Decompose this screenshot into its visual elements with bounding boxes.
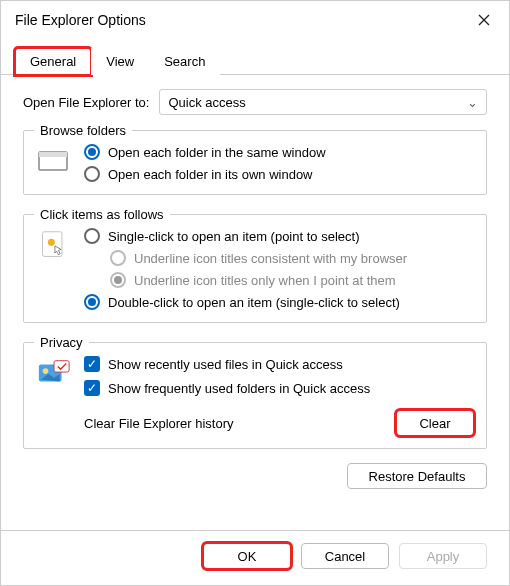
checkbox-frequent-folders[interactable]: ✓ Show frequently used folders in Quick …: [84, 380, 476, 396]
cancel-button[interactable]: Cancel: [301, 543, 389, 569]
clear-button[interactable]: Clear: [396, 410, 474, 436]
radio-same-window[interactable]: Open each folder in the same window: [84, 144, 476, 160]
radio-single-click[interactable]: Single-click to open an item (point to s…: [84, 228, 476, 244]
apply-button: Apply: [399, 543, 487, 569]
svg-point-3: [48, 239, 55, 246]
checkbox-label: Show frequently used folders in Quick ac…: [108, 381, 370, 396]
radio-label: Double-click to open an item (single-cli…: [108, 295, 400, 310]
radio-underline-point: Underline icon titles only when I point …: [110, 272, 476, 288]
radio-icon: [110, 272, 126, 288]
privacy-legend: Privacy: [34, 335, 89, 350]
dialog-footer: OK Cancel Apply: [1, 530, 509, 585]
checkbox-icon: ✓: [84, 380, 100, 396]
dialog-window: File Explorer Options General View Searc…: [0, 0, 510, 586]
click-items-group: Click items as follows Single-click to o…: [23, 207, 487, 323]
browse-folders-group: Browse folders Open each folder in the s…: [23, 123, 487, 195]
click-items-legend: Click items as follows: [34, 207, 170, 222]
click-items-icon: [34, 228, 74, 310]
radio-label: Open each folder in the same window: [108, 145, 326, 160]
svg-rect-6: [54, 361, 69, 372]
checkbox-recent-files[interactable]: ✓ Show recently used files in Quick acce…: [84, 356, 476, 372]
checkbox-icon: ✓: [84, 356, 100, 372]
clear-history-label: Clear File Explorer history: [84, 416, 234, 431]
ok-button[interactable]: OK: [203, 543, 291, 569]
radio-label: Underline icon titles consistent with my…: [134, 251, 407, 266]
tab-view[interactable]: View: [91, 48, 149, 75]
radio-icon: [84, 166, 100, 182]
radio-icon: [110, 250, 126, 266]
radio-label: Open each folder in its own window: [108, 167, 313, 182]
chevron-down-icon: ⌄: [467, 95, 478, 110]
svg-point-5: [43, 368, 49, 374]
browse-folders-icon: [34, 144, 74, 182]
open-explorer-label: Open File Explorer to:: [23, 95, 149, 110]
privacy-icon: [34, 356, 74, 436]
open-explorer-select[interactable]: Quick access ⌄: [159, 89, 487, 115]
privacy-group: Privacy ✓ Show recently use: [23, 335, 487, 449]
radio-label: Single-click to open an item (point to s…: [108, 229, 359, 244]
radio-icon: [84, 228, 100, 244]
tab-content-general: Open File Explorer to: Quick access ⌄ Br…: [1, 75, 509, 530]
radio-double-click[interactable]: Double-click to open an item (single-cli…: [84, 294, 476, 310]
radio-icon: [84, 294, 100, 310]
titlebar: File Explorer Options: [1, 1, 509, 39]
radio-label: Underline icon titles only when I point …: [134, 273, 396, 288]
window-title: File Explorer Options: [15, 12, 146, 28]
radio-icon: [84, 144, 100, 160]
radio-underline-browser: Underline icon titles consistent with my…: [110, 250, 476, 266]
tab-general[interactable]: General: [15, 48, 91, 75]
tab-strip: General View Search: [1, 39, 509, 75]
browse-folders-legend: Browse folders: [34, 123, 132, 138]
svg-rect-1: [39, 152, 67, 157]
tab-search[interactable]: Search: [149, 48, 220, 75]
checkbox-label: Show recently used files in Quick access: [108, 357, 343, 372]
close-icon[interactable]: [469, 5, 499, 35]
open-explorer-row: Open File Explorer to: Quick access ⌄: [23, 89, 487, 115]
radio-own-window[interactable]: Open each folder in its own window: [84, 166, 476, 182]
open-explorer-value: Quick access: [168, 95, 245, 110]
restore-defaults-button[interactable]: Restore Defaults: [347, 463, 487, 489]
